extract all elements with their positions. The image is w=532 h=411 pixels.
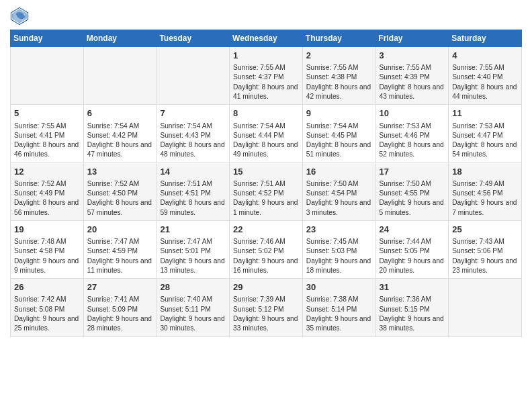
day-info: Daylight: 9 hours and 9 minutes.: [14, 257, 80, 276]
day-info: Sunrise: 7:45 AM: [306, 237, 372, 246]
day-info: Sunset: 5:15 PM: [380, 305, 445, 314]
day-number: 26: [14, 281, 80, 293]
day-info: Sunset: 4:42 PM: [87, 131, 153, 140]
calendar-cell: 8Sunrise: 7:54 AMSunset: 4:44 PMDaylight…: [230, 105, 303, 163]
day-info: Sunset: 4:46 PM: [380, 131, 445, 140]
day-info: Sunrise: 7:47 AM: [160, 237, 226, 246]
calendar-cell: 10Sunrise: 7:53 AMSunset: 4:46 PMDayligh…: [375, 105, 449, 163]
day-number: 14: [160, 166, 226, 178]
day-info: Sunset: 5:01 PM: [160, 246, 226, 256]
day-info: Daylight: 8 hours and 48 minutes.: [160, 140, 226, 160]
day-number: 23: [306, 224, 372, 236]
calendar-week-3: 12Sunrise: 7:52 AMSunset: 4:49 PMDayligh…: [11, 163, 522, 220]
calendar-cell: 22Sunrise: 7:46 AMSunset: 5:02 PMDayligh…: [230, 220, 303, 278]
day-info: Daylight: 9 hours and 11 minutes.: [87, 257, 153, 276]
day-number: 15: [233, 166, 299, 178]
calendar-cell: [83, 47, 157, 105]
day-info: Daylight: 8 hours and 47 minutes.: [87, 140, 153, 160]
calendar-cell: 6Sunrise: 7:54 AMSunset: 4:42 PMDaylight…: [83, 105, 157, 163]
calendar-cell: 5Sunrise: 7:55 AMSunset: 4:41 PMDaylight…: [11, 105, 84, 163]
day-info: Sunset: 4:43 PM: [160, 131, 226, 140]
day-info: Sunset: 4:40 PM: [452, 73, 518, 82]
day-info: Daylight: 8 hours and 52 minutes.: [380, 140, 445, 160]
calendar-cell: 31Sunrise: 7:36 AMSunset: 5:15 PMDayligh…: [375, 279, 449, 336]
calendar-cell: 14Sunrise: 7:51 AMSunset: 4:51 PMDayligh…: [157, 163, 230, 220]
calendar-week-2: 5Sunrise: 7:55 AMSunset: 4:41 PMDaylight…: [11, 105, 522, 163]
day-info: Daylight: 8 hours and 46 minutes.: [14, 140, 80, 160]
day-info: Daylight: 9 hours and 3 minutes.: [306, 198, 372, 218]
calendar-cell: 13Sunrise: 7:52 AMSunset: 4:50 PMDayligh…: [83, 163, 157, 220]
day-info: Sunset: 4:44 PM: [233, 131, 299, 140]
day-info: Sunset: 4:51 PM: [160, 189, 226, 198]
calendar-cell: 24Sunrise: 7:44 AMSunset: 5:05 PMDayligh…: [375, 220, 449, 278]
day-info: Daylight: 9 hours and 23 minutes.: [452, 257, 518, 276]
calendar-cell: [11, 47, 84, 105]
day-info: Sunrise: 7:40 AM: [160, 295, 226, 304]
day-info: Daylight: 9 hours and 16 minutes.: [233, 257, 299, 276]
day-info: Sunset: 4:37 PM: [233, 73, 299, 82]
day-number: 5: [14, 107, 80, 120]
day-number: 21: [160, 224, 226, 236]
day-info: Daylight: 8 hours and 57 minutes.: [87, 198, 153, 218]
header-monday: Monday: [83, 30, 157, 47]
day-number: 28: [160, 281, 226, 293]
day-info: Daylight: 9 hours and 38 minutes.: [380, 314, 445, 334]
day-number: 22: [233, 224, 299, 236]
day-info: Daylight: 8 hours and 49 minutes.: [233, 140, 299, 160]
header-wednesday: Wednesday: [230, 30, 303, 47]
day-info: Daylight: 9 hours and 18 minutes.: [306, 257, 372, 276]
day-info: Sunrise: 7:36 AM: [380, 295, 445, 304]
day-info: Sunset: 4:59 PM: [87, 246, 153, 256]
calendar-cell: 29Sunrise: 7:39 AMSunset: 5:12 PMDayligh…: [230, 279, 303, 336]
day-info: Daylight: 9 hours and 33 minutes.: [233, 314, 299, 334]
calendar-week-4: 19Sunrise: 7:48 AMSunset: 4:58 PMDayligh…: [11, 220, 522, 278]
day-info: Sunrise: 7:53 AM: [380, 122, 445, 131]
calendar-header-row: SundayMondayTuesdayWednesdayThursdayFrid…: [11, 30, 522, 47]
day-info: Daylight: 9 hours and 13 minutes.: [160, 257, 226, 276]
day-number: 25: [452, 224, 518, 236]
day-info: Sunrise: 7:52 AM: [14, 179, 80, 189]
day-info: Sunset: 5:09 PM: [87, 305, 153, 314]
day-info: Sunset: 5:06 PM: [452, 246, 518, 256]
day-info: Sunrise: 7:52 AM: [87, 179, 153, 189]
day-info: Sunset: 4:41 PM: [14, 131, 80, 140]
calendar-cell: 18Sunrise: 7:49 AMSunset: 4:56 PMDayligh…: [449, 163, 522, 220]
day-number: 3: [380, 50, 445, 62]
day-info: Daylight: 9 hours and 25 minutes.: [14, 314, 80, 334]
day-info: Sunrise: 7:55 AM: [233, 63, 299, 73]
calendar-cell: 30Sunrise: 7:38 AMSunset: 5:14 PMDayligh…: [302, 279, 375, 336]
calendar-week-5: 26Sunrise: 7:42 AMSunset: 5:08 PMDayligh…: [11, 279, 522, 336]
logo-icon: [10, 7, 29, 26]
day-info: Sunset: 4:49 PM: [14, 189, 80, 198]
day-info: Sunset: 5:05 PM: [380, 246, 445, 256]
day-number: 4: [452, 50, 518, 62]
day-number: 1: [233, 50, 299, 62]
day-info: Sunrise: 7:50 AM: [380, 179, 445, 189]
calendar-cell: 21Sunrise: 7:47 AMSunset: 5:01 PMDayligh…: [157, 220, 230, 278]
day-info: Sunrise: 7:55 AM: [452, 63, 518, 73]
day-info: Daylight: 8 hours and 44 minutes.: [452, 83, 518, 102]
day-info: Sunset: 5:03 PM: [306, 246, 372, 256]
day-number: 30: [306, 281, 372, 293]
day-info: Sunset: 4:58 PM: [14, 246, 80, 256]
day-info: Sunset: 5:14 PM: [306, 305, 372, 314]
day-info: Sunset: 4:56 PM: [452, 189, 518, 198]
day-info: Sunset: 4:47 PM: [452, 131, 518, 140]
day-info: Sunrise: 7:47 AM: [87, 237, 153, 246]
day-info: Daylight: 9 hours and 5 minutes.: [380, 198, 445, 218]
calendar-cell: 4Sunrise: 7:55 AMSunset: 4:40 PMDaylight…: [449, 47, 522, 105]
day-number: 12: [14, 166, 80, 178]
day-info: Sunrise: 7:42 AM: [14, 295, 80, 304]
day-info: Daylight: 8 hours and 56 minutes.: [14, 198, 80, 218]
day-number: 29: [233, 281, 299, 293]
day-info: Sunset: 4:45 PM: [306, 131, 372, 140]
day-info: Sunrise: 7:44 AM: [380, 237, 445, 246]
day-info: Sunrise: 7:43 AM: [452, 237, 518, 246]
day-info: Daylight: 9 hours and 28 minutes.: [87, 314, 153, 334]
day-number: 17: [380, 166, 445, 178]
calendar-cell: 1Sunrise: 7:55 AMSunset: 4:37 PMDaylight…: [230, 47, 303, 105]
calendar-cell: 7Sunrise: 7:54 AMSunset: 4:43 PMDaylight…: [157, 105, 230, 163]
calendar-cell: 27Sunrise: 7:41 AMSunset: 5:09 PMDayligh…: [83, 279, 157, 336]
header-friday: Friday: [375, 30, 449, 47]
day-info: Daylight: 8 hours and 42 minutes.: [306, 83, 372, 102]
